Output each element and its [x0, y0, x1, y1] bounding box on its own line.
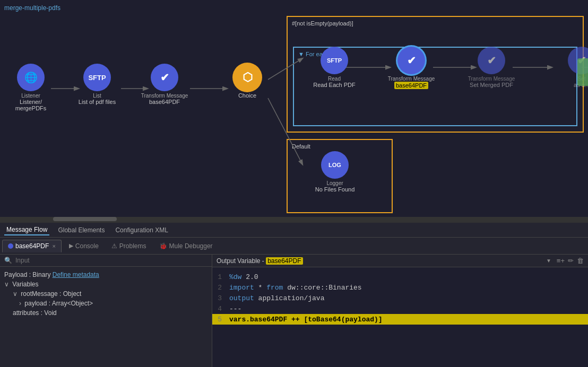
flow-canvas: merge-multiple-pdfs #[not isEmpty(payloa…	[0, 0, 588, 223]
attributes-row: attributes : Void	[4, 308, 207, 318]
delete-icon[interactable]: 🗑	[577, 257, 584, 265]
breadcrumb: merge-multiple-pdfs	[4, 4, 60, 12]
dropdown-arrow-icon[interactable]: ▼	[546, 258, 551, 264]
green-node-partial	[577, 58, 588, 86]
nav-message-flow[interactable]: Message Flow	[4, 225, 49, 235]
choice-node[interactable]: ⬡ Choice	[226, 63, 269, 99]
search-icon: 🔍	[4, 257, 12, 264]
root-message-row[interactable]: ∨ rootMessage : Object	[4, 289, 207, 299]
transform1-node[interactable]: ✔ Transform Message base64PDF	[143, 64, 186, 105]
transform2-circle: ✔	[397, 47, 425, 74]
transform2-node[interactable]: ✔ Transform Message base64PDF	[390, 47, 433, 89]
sftp-icon: SFTP	[88, 74, 106, 82]
logger-circle: LOG	[321, 151, 349, 179]
right-panel: Output Variable - base64PDF ▼ ≡+ ✏ 🗑 1 %…	[212, 255, 588, 367]
listener-circle: 🌐	[17, 64, 45, 91]
add-icon[interactable]: ≡+	[557, 257, 565, 265]
payload-row: Payload : Binary Define metadata	[4, 270, 207, 279]
canvas-scrollbar[interactable]	[0, 217, 588, 221]
list-circle: SFTP	[83, 64, 111, 91]
tab-problems[interactable]: ⚠ Problems	[106, 240, 152, 252]
left-panel: 🔍 Payload : Binary Define metadata ∨ Var…	[0, 255, 212, 367]
code-area[interactable]: 1 %dw 2.0 2 import * from dw::core::Bina…	[212, 267, 588, 367]
log-icon: LOG	[328, 162, 341, 168]
code-line-3: 3 output application/java	[212, 293, 588, 303]
problems-icon: ⚠	[111, 242, 117, 250]
read-circle: SFTP	[321, 47, 348, 74]
tab-base64pdf[interactable]: base64PDF ×	[2, 240, 62, 252]
default-label: Default	[292, 143, 310, 150]
tab-mule-debugger[interactable]: 🐞 Mule Debugger	[154, 240, 218, 252]
console-icon: ▶	[69, 242, 73, 249]
code-line-4: 4 ---	[212, 303, 588, 314]
bottom-panel: base64PDF × ▶ Console ⚠ Problems 🐞 Mule …	[0, 238, 588, 367]
logger-node[interactable]: LOG Logger No Files Found	[314, 151, 356, 193]
tab-dot-base64pdf	[8, 243, 13, 249]
variables-row[interactable]: ∨ Variables	[4, 279, 207, 289]
transform3-circle: ✔	[478, 47, 505, 74]
globe-icon: 🌐	[24, 71, 38, 84]
bottom-nav-row: Message Flow Global Elements Configurati…	[0, 223, 588, 238]
tab-close-base64pdf[interactable]: ×	[52, 243, 55, 249]
variables-tree: Payload : Binary Define metadata ∨ Varia…	[0, 267, 212, 367]
nav-global-elements[interactable]: Global Elements	[56, 225, 107, 235]
list-node[interactable]: SFTP List List of pdf files	[76, 64, 118, 105]
transform1-circle: ✔	[151, 64, 178, 91]
bottom-content: 🔍 Payload : Binary Define metadata ∨ Var…	[0, 255, 588, 367]
tab-console[interactable]: ▶ Console	[64, 240, 104, 252]
choice-circle: ⬡	[232, 63, 262, 92]
editor-title: Output Variable - base64PDF	[217, 257, 543, 265]
define-metadata-link[interactable]: Define metadata	[53, 271, 99, 278]
canvas-scrollbar-thumb[interactable]	[53, 217, 117, 221]
editor-tabs-row: base64PDF × ▶ Console ⚠ Problems 🐞 Mule …	[0, 238, 588, 255]
not-empty-label: #[not isEmpty(payload)]	[292, 20, 353, 27]
transform1-icon: ✔	[160, 71, 169, 84]
code-line-5: 5 vars.base64PDF ++ [toBase64(payload)]	[212, 314, 588, 325]
search-bar: 🔍	[0, 255, 212, 267]
transform3-node[interactable]: ✔ Transform Message Set Merged PDF	[470, 47, 513, 88]
read-sftp-icon: SFTP	[327, 57, 342, 64]
read-node[interactable]: SFTP Read Read Each PDF	[313, 47, 356, 88]
payload-array-row[interactable]: › payload : Array<Object>	[4, 299, 207, 308]
search-input[interactable]	[15, 257, 207, 264]
editor-toolbar: Output Variable - base64PDF ▼ ≡+ ✏ 🗑	[212, 255, 588, 267]
debugger-icon: 🐞	[159, 242, 167, 250]
choice-icon: ⬡	[243, 71, 253, 84]
edit-icon[interactable]: ✏	[568, 257, 574, 265]
listener-node[interactable]: 🌐 Listener Listener/mergePDFs	[10, 64, 52, 111]
nav-configuration-xml[interactable]: Configuration XML	[113, 225, 170, 235]
code-line-1: 1 %dw 2.0	[212, 272, 588, 282]
transform2-icon: ✔	[407, 54, 416, 67]
transform3-icon: ✔	[487, 54, 496, 67]
code-line-2: 2 import * from dw::core::Binaries	[212, 282, 588, 293]
